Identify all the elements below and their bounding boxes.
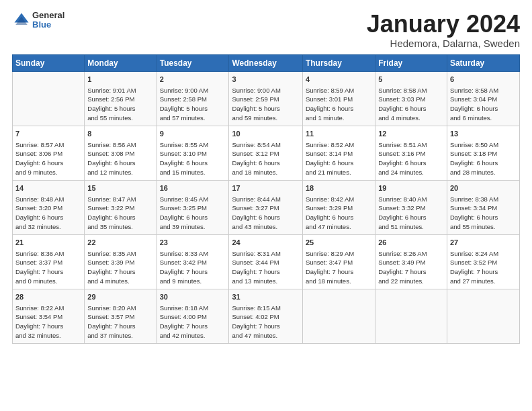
day-number: 26 (378, 238, 444, 248)
day-number: 21 (15, 238, 81, 248)
day-number: 13 (450, 129, 517, 140)
day-content: Sunrise: 8:33 AM Sunset: 3:42 PM Dayligh… (160, 249, 226, 286)
calendar-cell: 29Sunrise: 8:20 AM Sunset: 3:57 PM Dayli… (85, 289, 157, 343)
day-number: 23 (160, 238, 226, 248)
logo-blue: Blue (32, 20, 64, 30)
week-row-4: 21Sunrise: 8:36 AM Sunset: 3:37 PM Dayli… (13, 234, 520, 289)
calendar-table: Sunday Monday Tuesday Wednesday Thursday… (12, 54, 520, 344)
weekday-header-row: Sunday Monday Tuesday Wednesday Thursday… (13, 54, 520, 71)
day-number: 8 (87, 129, 153, 140)
day-content: Sunrise: 8:47 AM Sunset: 3:22 PM Dayligh… (87, 195, 153, 232)
header-friday: Friday (375, 54, 447, 71)
day-content: Sunrise: 8:51 AM Sunset: 3:16 PM Dayligh… (378, 140, 444, 177)
header-sunday: Sunday (13, 54, 85, 71)
day-content: Sunrise: 8:40 AM Sunset: 3:32 PM Dayligh… (378, 195, 444, 232)
calendar-cell: 30Sunrise: 8:18 AM Sunset: 4:00 PM Dayli… (157, 289, 229, 343)
day-content: Sunrise: 8:31 AM Sunset: 3:44 PM Dayligh… (232, 249, 299, 286)
day-content: Sunrise: 8:36 AM Sunset: 3:37 PM Dayligh… (15, 249, 81, 286)
day-number: 3 (232, 75, 299, 85)
day-content: Sunrise: 8:22 AM Sunset: 3:54 PM Dayligh… (15, 304, 81, 340)
calendar-cell (302, 289, 375, 343)
calendar-cell: 2Sunrise: 9:00 AM Sunset: 2:58 PM Daylig… (157, 71, 229, 126)
day-content: Sunrise: 8:42 AM Sunset: 3:29 PM Dayligh… (306, 195, 372, 232)
day-number: 15 (87, 183, 153, 194)
day-content: Sunrise: 8:54 AM Sunset: 3:12 PM Dayligh… (232, 140, 299, 177)
day-content: Sunrise: 8:44 AM Sunset: 3:27 PM Dayligh… (232, 195, 299, 232)
header-saturday: Saturday (447, 54, 519, 71)
day-content: Sunrise: 8:58 AM Sunset: 3:03 PM Dayligh… (378, 86, 444, 123)
day-content: Sunrise: 8:45 AM Sunset: 3:25 PM Dayligh… (160, 195, 226, 232)
header-monday: Monday (85, 54, 157, 71)
calendar-cell: 7Sunrise: 8:57 AM Sunset: 3:06 PM Daylig… (13, 126, 85, 180)
day-number: 7 (15, 129, 81, 140)
week-row-2: 7Sunrise: 8:57 AM Sunset: 3:06 PM Daylig… (13, 126, 520, 180)
day-number: 14 (15, 183, 81, 194)
calendar-cell: 19Sunrise: 8:40 AM Sunset: 3:32 PM Dayli… (375, 180, 447, 234)
logo: General Blue (12, 11, 64, 30)
calendar-cell: 14Sunrise: 8:48 AM Sunset: 3:20 PM Dayli… (13, 180, 85, 234)
day-number: 10 (232, 129, 299, 140)
calendar-cell: 1Sunrise: 9:01 AM Sunset: 2:56 PM Daylig… (85, 71, 157, 126)
calendar-cell (375, 289, 447, 343)
day-number: 29 (87, 292, 153, 303)
logo-general: General (32, 11, 64, 20)
day-number: 12 (378, 129, 444, 140)
title-block: January 2024 Hedemora, Dalarna, Sweden (367, 11, 520, 49)
header-tuesday: Tuesday (157, 54, 229, 71)
calendar-cell: 8Sunrise: 8:56 AM Sunset: 3:08 PM Daylig… (85, 126, 157, 180)
day-number: 2 (160, 75, 226, 85)
day-content: Sunrise: 8:38 AM Sunset: 3:34 PM Dayligh… (450, 195, 517, 232)
calendar-cell: 31Sunrise: 8:15 AM Sunset: 4:02 PM Dayli… (229, 289, 302, 343)
day-content: Sunrise: 8:24 AM Sunset: 3:52 PM Dayligh… (450, 249, 517, 286)
calendar-cell: 22Sunrise: 8:35 AM Sunset: 3:39 PM Dayli… (85, 234, 157, 289)
calendar-cell: 9Sunrise: 8:55 AM Sunset: 3:10 PM Daylig… (157, 126, 229, 180)
day-content: Sunrise: 8:55 AM Sunset: 3:10 PM Dayligh… (160, 140, 226, 177)
calendar-cell: 15Sunrise: 8:47 AM Sunset: 3:22 PM Dayli… (85, 180, 157, 234)
day-content: Sunrise: 9:01 AM Sunset: 2:56 PM Dayligh… (87, 86, 153, 123)
calendar-cell: 16Sunrise: 8:45 AM Sunset: 3:25 PM Dayli… (157, 180, 229, 234)
day-number: 16 (160, 183, 226, 194)
calendar-cell: 4Sunrise: 8:59 AM Sunset: 3:01 PM Daylig… (302, 71, 375, 126)
day-content: Sunrise: 8:59 AM Sunset: 3:01 PM Dayligh… (306, 86, 372, 123)
day-content: Sunrise: 8:52 AM Sunset: 3:14 PM Dayligh… (306, 140, 372, 177)
day-number: 11 (306, 129, 372, 140)
day-content: Sunrise: 8:20 AM Sunset: 3:57 PM Dayligh… (87, 304, 153, 340)
calendar-cell (447, 289, 519, 343)
day-number: 27 (450, 238, 517, 248)
calendar-cell: 3Sunrise: 9:00 AM Sunset: 2:59 PM Daylig… (229, 71, 302, 126)
day-number: 24 (232, 238, 299, 248)
day-number: 4 (306, 75, 372, 85)
calendar-cell: 12Sunrise: 8:51 AM Sunset: 3:16 PM Dayli… (375, 126, 447, 180)
day-number: 17 (232, 183, 299, 194)
day-content: Sunrise: 8:35 AM Sunset: 3:39 PM Dayligh… (87, 249, 153, 286)
header-thursday: Thursday (302, 54, 375, 71)
calendar-cell: 25Sunrise: 8:29 AM Sunset: 3:47 PM Dayli… (302, 234, 375, 289)
week-row-3: 14Sunrise: 8:48 AM Sunset: 3:20 PM Dayli… (13, 180, 520, 234)
calendar-cell: 18Sunrise: 8:42 AM Sunset: 3:29 PM Dayli… (302, 180, 375, 234)
calendar-cell: 17Sunrise: 8:44 AM Sunset: 3:27 PM Dayli… (229, 180, 302, 234)
header-wednesday: Wednesday (229, 54, 302, 71)
calendar-container: General Blue January 2024 Hedemora, Dala… (0, 0, 532, 351)
day-content: Sunrise: 8:48 AM Sunset: 3:20 PM Dayligh… (15, 195, 81, 232)
day-number: 22 (87, 238, 153, 248)
day-number: 28 (15, 292, 81, 303)
day-number: 25 (306, 238, 372, 248)
day-number: 6 (450, 75, 517, 85)
day-content: Sunrise: 8:18 AM Sunset: 4:00 PM Dayligh… (160, 304, 226, 340)
month-title: January 2024 (367, 11, 520, 38)
day-content: Sunrise: 9:00 AM Sunset: 2:58 PM Dayligh… (160, 86, 226, 123)
logo-icon (12, 11, 31, 30)
day-number: 30 (160, 292, 226, 303)
day-number: 5 (378, 75, 444, 85)
calendar-cell: 23Sunrise: 8:33 AM Sunset: 3:42 PM Dayli… (157, 234, 229, 289)
calendar-cell: 27Sunrise: 8:24 AM Sunset: 3:52 PM Dayli… (447, 234, 519, 289)
calendar-cell: 26Sunrise: 8:26 AM Sunset: 3:49 PM Dayli… (375, 234, 447, 289)
calendar-cell: 11Sunrise: 8:52 AM Sunset: 3:14 PM Dayli… (302, 126, 375, 180)
day-number: 19 (378, 183, 444, 194)
day-number: 20 (450, 183, 517, 194)
day-content: Sunrise: 9:00 AM Sunset: 2:59 PM Dayligh… (232, 86, 299, 123)
day-number: 9 (160, 129, 226, 140)
calendar-cell: 13Sunrise: 8:50 AM Sunset: 3:18 PM Dayli… (447, 126, 519, 180)
calendar-cell: 20Sunrise: 8:38 AM Sunset: 3:34 PM Dayli… (447, 180, 519, 234)
day-number: 1 (87, 75, 153, 85)
